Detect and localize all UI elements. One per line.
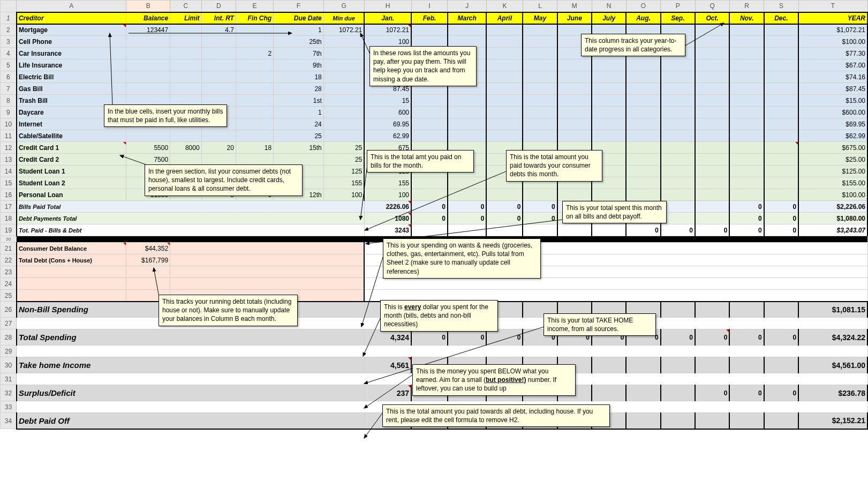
cell[interactable]: 0 [764, 201, 798, 213]
debt-payments-jan[interactable]: 1080 [364, 213, 411, 224]
cell[interactable] [126, 130, 170, 142]
cell[interactable] [486, 24, 523, 36]
cell[interactable] [170, 130, 202, 142]
tot-paid-year[interactable]: $3,243.07 [798, 224, 867, 236]
cell-due[interactable]: 25 [274, 130, 324, 142]
cell-year[interactable]: $675.00 [798, 142, 867, 154]
cell[interactable] [126, 266, 170, 278]
row-header[interactable]: 11 [1, 130, 17, 142]
cell[interactable] [201, 83, 236, 95]
cell[interactable] [764, 71, 798, 83]
cell[interactable]: 0 [729, 213, 764, 224]
cell-limit[interactable]: 8000 [170, 142, 202, 154]
cell[interactable]: 0 [695, 224, 729, 236]
cell[interactable]: 0 [661, 329, 695, 346]
cell[interactable] [592, 107, 626, 118]
cell[interactable] [626, 118, 660, 130]
col-header-D[interactable]: D [201, 1, 236, 12]
cell[interactable] [486, 224, 523, 236]
cell[interactable] [170, 24, 202, 36]
row-header[interactable]: 31 [1, 373, 17, 385]
cell[interactable] [729, 107, 764, 118]
cell[interactable]: 0 [486, 329, 523, 346]
header-limit[interactable]: Limit [170, 12, 202, 24]
row-header[interactable]: 24 [1, 278, 17, 290]
cell[interactable] [126, 48, 170, 59]
cell-due[interactable]: 7th [274, 48, 324, 59]
cell[interactable] [170, 243, 365, 254]
col-header-K[interactable]: K [486, 1, 523, 12]
row-header[interactable]: 8 [1, 95, 17, 107]
cell-due[interactable]: 24 [274, 118, 324, 130]
cell[interactable] [626, 142, 660, 154]
tot-paid-jan[interactable]: 3243 [364, 224, 411, 236]
row-header[interactable]: 15 [1, 177, 17, 189]
cell-due[interactable]: 1 [274, 24, 324, 36]
row-header[interactable]: 26 [1, 302, 17, 318]
cell[interactable] [695, 48, 729, 59]
cell-year[interactable]: $125.00 [798, 166, 867, 177]
cell[interactable] [557, 224, 592, 236]
header-dec[interactable]: Dec. [764, 12, 798, 24]
header-creditor[interactable]: Creditor [17, 12, 126, 24]
cell[interactable] [486, 36, 523, 48]
col-header-Q[interactable]: Q [695, 1, 729, 12]
header-apr[interactable]: April [486, 12, 523, 24]
cell[interactable] [557, 95, 592, 107]
cell[interactable] [236, 24, 273, 36]
row-header[interactable]: 9 [1, 107, 17, 118]
col-header-O[interactable]: O [626, 1, 660, 12]
cell-creditor[interactable]: Life Insurance [17, 59, 126, 71]
cell[interactable] [729, 142, 764, 154]
row-header[interactable]: 18 [1, 213, 17, 224]
cell[interactable] [729, 177, 764, 189]
cell[interactable]: 0 [448, 201, 487, 213]
cell[interactable] [661, 83, 695, 95]
cell[interactable] [411, 118, 448, 130]
cell[interactable]: 0 [523, 213, 557, 224]
cell[interactable] [126, 278, 170, 290]
cell[interactable] [695, 142, 729, 154]
cell-fin[interactable]: 2 [236, 48, 273, 59]
row-header[interactable]: 25 [1, 290, 17, 302]
row-header[interactable]: 28 [1, 329, 17, 346]
cell[interactable] [236, 107, 273, 118]
header-nov[interactable]: Nov. [729, 12, 764, 24]
cell[interactable] [201, 48, 236, 59]
row-header[interactable]: 13 [1, 154, 17, 166]
cell-year[interactable]: $25.00 [798, 154, 867, 166]
tot-paid-label[interactable]: Tot. Paid - Bills & Debt [17, 224, 364, 236]
cell[interactable] [448, 95, 487, 107]
cell[interactable] [695, 357, 729, 373]
cell[interactable] [661, 118, 695, 130]
cell[interactable] [764, 107, 798, 118]
cell-balance[interactable]: 123447 [126, 24, 170, 36]
header-finchg[interactable]: Fin Chg [236, 12, 273, 24]
cell[interactable] [236, 71, 273, 83]
cell[interactable] [729, 189, 764, 201]
cell[interactable] [764, 59, 798, 71]
cell[interactable]: 0 [729, 385, 764, 401]
cell[interactable] [764, 95, 798, 107]
cell[interactable] [448, 107, 487, 118]
cell[interactable] [729, 71, 764, 83]
cell[interactable] [236, 36, 273, 48]
cell-year[interactable]: $15.00 [798, 95, 867, 107]
cell[interactable] [764, 154, 798, 166]
total-debt-value[interactable]: $167,799 [126, 254, 170, 266]
cell[interactable] [661, 166, 695, 177]
cell[interactable] [170, 254, 365, 266]
cell[interactable] [729, 357, 764, 373]
cell[interactable] [764, 166, 798, 177]
cell[interactable] [411, 95, 448, 107]
cell[interactable] [170, 48, 202, 59]
header-intrt[interactable]: Int. RT [201, 12, 236, 24]
cell[interactable] [170, 83, 202, 95]
cell[interactable]: 0 [523, 201, 557, 213]
col-header-N[interactable]: N [592, 1, 626, 12]
cell[interactable] [523, 107, 557, 118]
cell-year[interactable]: $67.00 [798, 59, 867, 71]
cell-creditor[interactable]: Personal Loan [17, 189, 126, 201]
header-aug[interactable]: Aug. [626, 12, 660, 24]
debtpaid-label[interactable]: Debt Paid Off [17, 413, 364, 429]
